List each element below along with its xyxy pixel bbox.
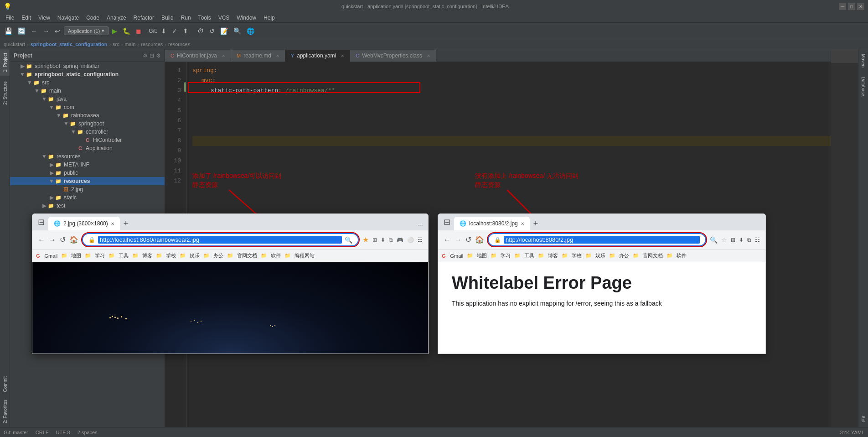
tree-item-com[interactable]: ▼ 📁 com (10, 103, 165, 111)
git-push[interactable]: ⬆ (181, 26, 190, 36)
menu-file[interactable]: File (2, 14, 18, 22)
menu-refactor[interactable]: Refactor (130, 14, 158, 22)
browser-right-collapse[interactable]: ⊟ (442, 214, 452, 230)
browser-left-forward[interactable]: → (49, 236, 56, 244)
project-settings-icon[interactable]: ⚙ (143, 52, 148, 59)
toolbar-annotate[interactable]: 📝 (218, 26, 230, 36)
bookmark-map[interactable]: 地图 (69, 251, 83, 260)
tree-item-springboot-static[interactable]: ▼ 📁 springboot_static_configuration (10, 70, 165, 78)
toolbar-history[interactable]: ⏱ (196, 26, 206, 36)
tree-item-controller[interactable]: ▼ 📁 controller (10, 128, 165, 136)
browser-right-tab-close[interactable]: ✕ (521, 221, 524, 226)
sidebar-tab-commit[interactable]: Commit (0, 373, 10, 395)
git-commit[interactable]: ✓ (170, 26, 179, 36)
breadcrumb-resources2[interactable]: resources (168, 42, 190, 47)
bookmark-right-tools[interactable]: 工具 (522, 251, 536, 260)
browser-right-search[interactable]: 🔍 (710, 236, 718, 244)
bookmark-right-docs[interactable]: 官网文档 (641, 251, 665, 260)
tab-application-yaml[interactable]: Y application.yaml ✕ (285, 50, 350, 62)
toolbar-sync[interactable]: 🔄 (16, 26, 27, 36)
browser-right-url-bar[interactable]: 🔒 http://localhost:8080/2.jpg (488, 233, 706, 246)
toolbar-revert[interactable]: ↺ (207, 26, 217, 36)
right-tab-database[interactable]: Database (859, 72, 868, 101)
debug-button[interactable]: 🐛 (121, 26, 132, 36)
sidebar-tab-favorites[interactable]: 2: Favorites (0, 396, 10, 427)
tree-item-public[interactable]: ▶ 📁 public (10, 169, 165, 177)
minimize-button[interactable]: ─ (839, 3, 846, 10)
tree-item-static[interactable]: ▶ 📁 static (10, 193, 165, 202)
stop-button[interactable]: ◼ (134, 26, 143, 36)
bookmark-blog[interactable]: 博客 (140, 251, 154, 260)
bookmark-right-map[interactable]: 地图 (475, 251, 489, 260)
tree-item-rainbowsea[interactable]: ▼ 📁 rainbowsea (10, 111, 165, 120)
tab-readme[interactable]: M readme.md ✕ (231, 50, 285, 62)
tab-readme-close[interactable]: ✕ (276, 53, 279, 58)
run-button[interactable]: ▶ (110, 26, 119, 36)
browser-right-new-tab[interactable]: + (532, 217, 540, 230)
bookmark-docs[interactable]: 官网文档 (235, 251, 259, 260)
browser-right-home[interactable]: 🏠 (475, 235, 484, 244)
menu-vcs[interactable]: VCS (215, 14, 233, 22)
tab-webmvc[interactable]: C WebMvcProperties.class ✕ (350, 50, 436, 62)
browser-left-tab-close[interactable]: ✕ (111, 221, 114, 226)
browser-left-action-2[interactable]: ⬇ (381, 237, 385, 243)
bookmark-right-school[interactable]: 学校 (570, 251, 584, 260)
browser-left-back[interactable]: ← (38, 236, 45, 244)
browser-right-refresh[interactable]: ↺ (465, 235, 471, 244)
menu-build[interactable]: Build (158, 14, 177, 22)
bookmark-gmail[interactable]: Gmail (43, 252, 60, 260)
browser-left-action-5[interactable]: ⚪ (407, 237, 414, 243)
tab-hicontroller[interactable]: C HiController.java ✕ (165, 50, 231, 62)
breadcrumb-quickstart[interactable]: quickstart (4, 42, 25, 47)
menu-run[interactable]: Run (177, 14, 195, 22)
run-config[interactable]: Application (1) ▾ (64, 26, 108, 35)
tree-item-main[interactable]: ▼ 📁 main (10, 87, 165, 95)
bookmark-tools[interactable]: 工具 (117, 251, 130, 260)
right-tab-ant[interactable]: Ant (859, 411, 868, 427)
browser-left-collapse[interactable]: ⊟ (36, 214, 46, 230)
tree-item-hicontroller[interactable]: C HiController (10, 136, 165, 144)
bookmark-right-gmail[interactable]: Gmail (449, 252, 465, 260)
tree-item-springboot-init[interactable]: ▶ 📁 springboot_spring_initializr (10, 62, 165, 70)
browser-left-star[interactable]: ★ (362, 235, 369, 244)
bookmark-right-software[interactable]: 软件 (675, 251, 688, 260)
browser-right-star[interactable]: ☆ (721, 236, 727, 244)
browser-right-forward[interactable]: → (455, 236, 462, 244)
browser-left-action-1[interactable]: ⊞ (372, 237, 377, 243)
breadcrumb-main[interactable]: main (124, 42, 135, 47)
tree-item-test[interactable]: ▶ 📁 test (10, 202, 165, 210)
tree-item-application[interactable]: C Application (10, 144, 165, 152)
browser-left-search-icon[interactable]: 🔍 (345, 236, 352, 244)
toolbar-forward[interactable]: → (41, 26, 51, 36)
bookmark-right-office[interactable]: 办公 (617, 251, 631, 260)
menu-help[interactable]: Help (260, 14, 279, 22)
tree-item-resources-dir[interactable]: ▼ 📁 resources (10, 152, 165, 161)
menu-tools[interactable]: Tools (195, 14, 215, 22)
breadcrumb-resources1[interactable]: resources (141, 42, 163, 47)
tab-hicontroller-close[interactable]: ✕ (222, 53, 225, 58)
project-collapse-icon[interactable]: ⊟ (150, 52, 154, 59)
browser-left-url-bar[interactable]: 🔒 http://localhost:8080/rainbowsea/2.jpg… (82, 233, 359, 246)
bookmark-study[interactable]: 学习 (93, 251, 107, 260)
toolbar-search[interactable]: 🔍 (232, 26, 243, 36)
bookmark-ent[interactable]: 娱乐 (188, 251, 202, 260)
browser-right-back[interactable]: ← (444, 236, 451, 244)
bookmark-right-blog[interactable]: 博客 (546, 251, 560, 260)
browser-left-action-3[interactable]: ⧉ (389, 237, 393, 243)
tree-item-resources-selected[interactable]: ▼ 📁 resources (10, 177, 165, 185)
browser-left-new-tab[interactable]: + (122, 217, 130, 230)
menu-window[interactable]: Window (233, 14, 260, 22)
browser-left-action-4[interactable]: 🎮 (397, 237, 403, 243)
sidebar-tab-project[interactable]: 1: Project (0, 49, 10, 76)
breadcrumb-src[interactable]: src (113, 42, 119, 47)
browser-left-tab[interactable]: 🌐 2.jpg (3600×1800) ✕ (48, 217, 120, 230)
tree-item-java[interactable]: ▼ 📁 java (10, 95, 165, 103)
toolbar-save[interactable]: 💾 (3, 26, 14, 36)
browser-left-home[interactable]: 🏠 (69, 235, 78, 244)
browser-right-action-2[interactable]: ⬇ (739, 237, 744, 243)
menu-edit[interactable]: Edit (18, 14, 35, 22)
browser-right-action-1[interactable]: ⊞ (731, 237, 735, 243)
browser-right-tab[interactable]: 🌐 localhost:8080/2.jpg ✕ (454, 217, 530, 230)
tree-item-springboot[interactable]: ▼ 📁 springboot (10, 120, 165, 128)
project-gear-icon[interactable]: ⚙ (156, 52, 161, 59)
